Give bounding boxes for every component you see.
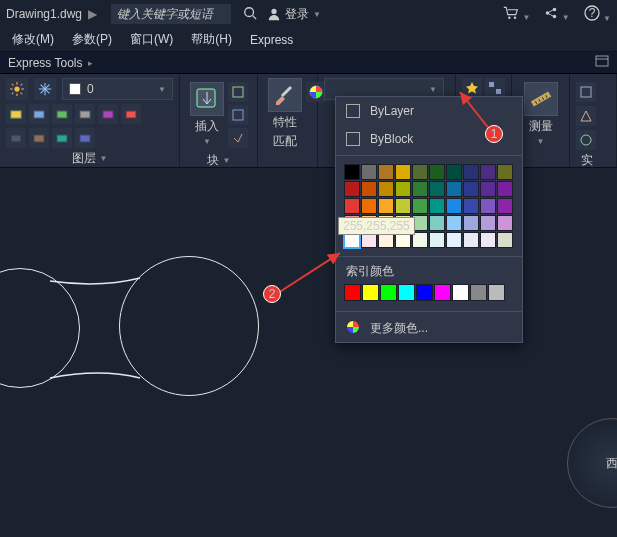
palette-cell[interactable]: [395, 164, 411, 180]
palette-cell[interactable]: [446, 198, 462, 214]
menu-help[interactable]: 帮助(H): [191, 31, 232, 48]
palette-cell[interactable]: [429, 181, 445, 197]
panel-label-block[interactable]: 块▼: [186, 150, 251, 169]
layer-tool-8[interactable]: [29, 128, 49, 148]
menu-modify[interactable]: 修改(M): [12, 31, 54, 48]
index-color-cell[interactable]: [488, 284, 505, 301]
palette-cell[interactable]: [446, 181, 462, 197]
palette-cell[interactable]: [446, 215, 462, 231]
svg-line-8: [549, 9, 553, 11]
group-icon[interactable]: [485, 78, 505, 98]
layer-tool-5[interactable]: [98, 104, 118, 124]
palette-cell[interactable]: [412, 181, 428, 197]
util-tool-3[interactable]: [576, 130, 596, 150]
insert-label: 插入: [195, 118, 219, 135]
palette-cell[interactable]: [429, 164, 445, 180]
block-tool-1[interactable]: [228, 82, 248, 102]
layer-tool-1[interactable]: [6, 104, 26, 124]
menu-express[interactable]: Express: [250, 33, 293, 47]
login-label[interactable]: 登录: [285, 6, 309, 23]
layer-tool-3[interactable]: [52, 104, 72, 124]
palette-cell[interactable]: [412, 164, 428, 180]
palette-cell[interactable]: [446, 232, 462, 248]
viewcube[interactable]: 西: [567, 418, 617, 508]
palette-cell[interactable]: [463, 198, 479, 214]
palette-cell[interactable]: [378, 198, 394, 214]
sun-icon[interactable]: [6, 78, 28, 100]
palette-cell[interactable]: [361, 181, 377, 197]
layer-tool-4[interactable]: [75, 104, 95, 124]
palette-cell[interactable]: [429, 198, 445, 214]
palette-cell[interactable]: [497, 181, 513, 197]
palette-cell[interactable]: [378, 181, 394, 197]
insert-button[interactable]: 插入 ▼: [186, 78, 228, 150]
palette-cell[interactable]: [395, 198, 411, 214]
palette-cell[interactable]: [463, 181, 479, 197]
palette-cell[interactable]: [497, 198, 513, 214]
palette-cell[interactable]: [463, 164, 479, 180]
tab-overflow-icon[interactable]: ▸: [88, 58, 93, 68]
search-icon[interactable]: [243, 6, 257, 23]
index-color-cell[interactable]: [344, 284, 361, 301]
block-tool-3[interactable]: [228, 128, 248, 148]
color-option-bylayer[interactable]: ByLayer: [336, 97, 522, 125]
palette-cell[interactable]: [429, 215, 445, 231]
palette-cell[interactable]: [497, 164, 513, 180]
layer-tool-6[interactable]: [121, 104, 141, 124]
svg-point-3: [508, 16, 510, 18]
svg-rect-34: [34, 135, 44, 142]
palette-cell[interactable]: [429, 232, 445, 248]
menu-bar: 修改(M) 参数(P) 窗口(W) 帮助(H) Express: [0, 28, 617, 52]
palette-cell[interactable]: [463, 215, 479, 231]
drawing-canvas[interactable]: 西: [0, 168, 617, 537]
freeze-icon[interactable]: [34, 78, 56, 100]
menu-parametric[interactable]: 参数(P): [72, 31, 112, 48]
layer-tool-7[interactable]: [6, 128, 26, 148]
index-color-cell[interactable]: [470, 284, 487, 301]
ribbon-collapse-icon[interactable]: [595, 55, 609, 70]
index-color-cell[interactable]: [380, 284, 397, 301]
document-tab[interactable]: Drawing1.dwg ▶: [6, 7, 103, 21]
palette-cell[interactable]: [480, 232, 496, 248]
palette-cell[interactable]: [497, 215, 513, 231]
help-icon[interactable]: ? ▼: [584, 5, 611, 24]
palette-cell[interactable]: [412, 198, 428, 214]
index-color-cell[interactable]: [362, 284, 379, 301]
layer-tool-9[interactable]: [52, 128, 72, 148]
palette-cell[interactable]: [480, 181, 496, 197]
palette-cell[interactable]: [497, 232, 513, 248]
palette-cell[interactable]: [480, 198, 496, 214]
cart-icon[interactable]: ▼: [503, 6, 530, 23]
measure-button[interactable]: 测量 ▼: [518, 78, 563, 150]
palette-cell[interactable]: [463, 232, 479, 248]
palette-cell[interactable]: [480, 215, 496, 231]
palette-cell[interactable]: [378, 164, 394, 180]
tab-express-tools[interactable]: Express Tools: [8, 56, 82, 70]
index-color-cell[interactable]: [452, 284, 469, 301]
layer-dropdown[interactable]: 0 ▼: [62, 78, 173, 100]
palette-cell[interactable]: [480, 164, 496, 180]
index-color-cell[interactable]: [398, 284, 415, 301]
more-colors-button[interactable]: 更多颜色...: [336, 314, 522, 342]
util-tool-2[interactable]: [576, 106, 596, 126]
match-properties-button[interactable]: 特性 匹配: [264, 78, 306, 150]
util-tool-1[interactable]: [576, 82, 596, 102]
index-color-cell[interactable]: [416, 284, 433, 301]
share-icon[interactable]: ▼: [544, 6, 569, 23]
layer-tool-10[interactable]: [75, 128, 95, 148]
palette-cell[interactable]: [446, 164, 462, 180]
index-color-cell[interactable]: [434, 284, 451, 301]
palette-cell[interactable]: [361, 198, 377, 214]
palette-cell[interactable]: [344, 198, 360, 214]
menu-window[interactable]: 窗口(W): [130, 31, 173, 48]
search-input[interactable]: 键入关键字或短语: [111, 4, 231, 24]
palette-cell[interactable]: [344, 164, 360, 180]
palette-cell[interactable]: [395, 181, 411, 197]
palette-cell[interactable]: [361, 164, 377, 180]
ribbon-tabstrip: Express Tools ▸: [0, 52, 617, 74]
panel-label-layers[interactable]: 图层▼: [6, 148, 173, 167]
palette-cell[interactable]: [344, 181, 360, 197]
block-tool-2[interactable]: [228, 105, 248, 125]
star-icon[interactable]: [462, 78, 482, 98]
layer-tool-2[interactable]: [29, 104, 49, 124]
